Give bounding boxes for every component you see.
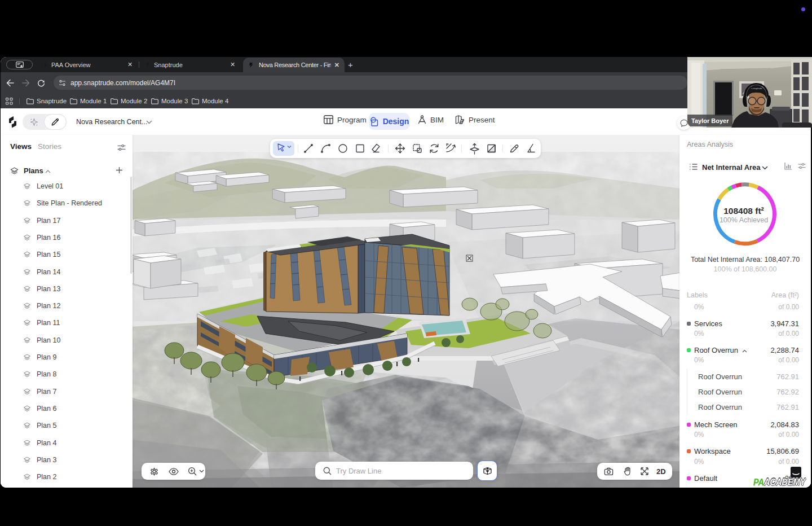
svg-text:s snaptrude: s snaptrude [752, 87, 762, 90]
